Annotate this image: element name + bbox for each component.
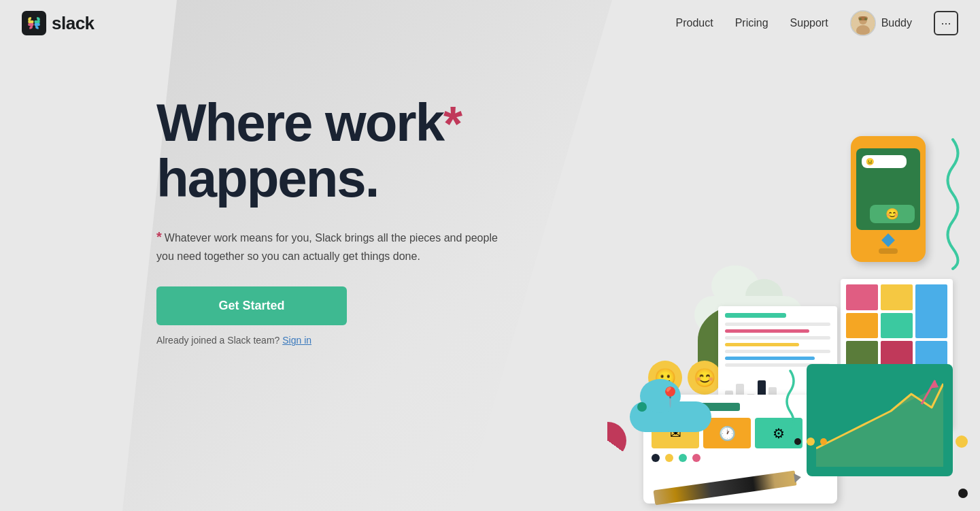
dash-dot — [692, 454, 700, 462]
subtext-asterisk: * — [156, 229, 162, 244]
slack-wordmark: slack — [52, 13, 95, 34]
grid-cell — [881, 341, 913, 367]
cloud-bump-2 — [745, 279, 783, 313]
signin-prompt: Already joined a Slack team? Sign in — [156, 335, 510, 346]
dash-header-bar — [652, 403, 740, 411]
doc-line — [725, 357, 815, 360]
doc-line — [725, 350, 830, 353]
grid-cell — [846, 284, 878, 310]
pen-illustration — [653, 470, 796, 505]
cloud-dot-2 — [727, 314, 734, 321]
nav-product[interactable]: Product — [676, 17, 713, 29]
dash-dot — [665, 454, 673, 462]
get-started-button[interactable]: Get Started — [156, 286, 347, 325]
phone-illustration: 😐 😊 — [851, 136, 926, 262]
bottom-dot — [820, 438, 827, 445]
chart-bar — [758, 380, 766, 408]
nav-support[interactable]: Support — [790, 17, 828, 29]
svg-rect-3 — [28, 23, 33, 26]
chart-bar — [736, 384, 744, 408]
bottom-dot — [807, 438, 815, 446]
avatar[interactable] — [850, 10, 876, 36]
chart-bar — [768, 387, 777, 408]
doc-icon — [725, 411, 739, 425]
pie-chart-icon — [589, 422, 626, 459]
wavy-decoration-chart — [781, 367, 800, 442]
svg-rect-1 — [28, 20, 33, 23]
nav-pricing[interactable]: Pricing — [735, 17, 768, 29]
dash-tabs: ✉ 🕐 ⚙ — [652, 418, 829, 448]
svg-marker-11 — [816, 384, 943, 467]
document-panel — [718, 306, 837, 442]
cloud-dots — [715, 314, 746, 321]
doc-line — [725, 329, 809, 333]
chart-bar — [725, 391, 733, 408]
logo-link[interactable]: slack — [22, 11, 95, 35]
dash-tab-gear: ⚙ — [755, 418, 802, 448]
pin-cloud-bump — [640, 379, 681, 413]
dash-tab-clock: 🕐 — [703, 418, 751, 448]
signin-link[interactable]: Sign in — [282, 335, 311, 346]
color-grid-panel — [841, 279, 953, 429]
svg-line-12 — [922, 380, 935, 404]
doc-line — [725, 363, 830, 367]
doc-line — [725, 313, 786, 318]
speech-dot-1 — [720, 336, 728, 344]
speech-dot-2 — [733, 336, 741, 344]
deco-dot-yellow — [956, 435, 968, 448]
cloud-illustration — [694, 272, 803, 333]
emoji-neutral: 😐 — [648, 361, 682, 395]
speech-bubble-illustration — [698, 306, 776, 374]
svg-rect-4 — [35, 23, 40, 26]
pen-body — [653, 470, 796, 505]
headline-line2: happens. — [156, 148, 378, 208]
grid-cell — [915, 284, 947, 338]
subtext-body: Whatever work means for you, Slack bring… — [156, 232, 498, 262]
svg-marker-13 — [930, 380, 939, 389]
cloud-dot-3 — [739, 314, 746, 321]
deco-dot-black — [958, 489, 968, 498]
pin-cloud-base — [630, 401, 711, 432]
pen-tip — [794, 472, 802, 482]
dash-dot-row — [652, 454, 829, 462]
phone-diamond-icon — [881, 233, 895, 247]
phone-screen: 😐 😊 — [856, 148, 920, 230]
emoji-happy: 😊 — [688, 361, 722, 395]
grid-cell — [846, 313, 878, 339]
more-options-button[interactable]: ··· — [934, 11, 958, 35]
cloud-dot-1 — [715, 314, 722, 321]
grid-cell — [881, 284, 913, 310]
signin-prefix-text: Already joined a Slack team? — [156, 335, 280, 346]
dash-dot — [652, 454, 660, 462]
pin-cloud-illustration: 📍 — [630, 371, 711, 432]
grid-cell — [881, 313, 913, 339]
mini-chart — [725, 374, 830, 408]
svg-rect-2 — [35, 20, 40, 23]
pin-icon: 📍 — [658, 386, 682, 408]
avatar-image — [851, 12, 875, 35]
grid-cell — [846, 369, 878, 395]
bottom-dot-row — [794, 438, 827, 446]
speech-dot-3 — [747, 336, 755, 344]
cloud-bump — [711, 265, 759, 306]
dash-tab-mail: ✉ — [652, 418, 699, 448]
cloud-body — [694, 296, 803, 333]
trend-chart-svg — [816, 374, 943, 467]
doc-line — [725, 323, 830, 326]
grid-cell — [915, 341, 947, 367]
hero-headline: Where work* happens. — [156, 95, 510, 207]
deco-dot-teal — [637, 402, 647, 412]
navigation: slack Product Pricing Support Buddy ··· — [0, 0, 980, 46]
grid-cell — [915, 369, 947, 395]
phone-home-button — [879, 248, 898, 254]
headline-asterisk: * — [443, 97, 461, 151]
slack-logo-icon — [22, 11, 46, 35]
doc-line — [725, 343, 799, 346]
user-profile: Buddy — [850, 10, 912, 36]
phone-bubble-happy: 😊 — [870, 205, 915, 223]
wavy-decoration-right — [939, 136, 966, 272]
nav-links: Product Pricing Support Buddy ··· — [676, 10, 958, 36]
doc-line — [725, 336, 830, 340]
dashboard-widget: ✉ 🕐 ⚙ — [643, 395, 837, 504]
user-name-label: Buddy — [881, 17, 912, 29]
